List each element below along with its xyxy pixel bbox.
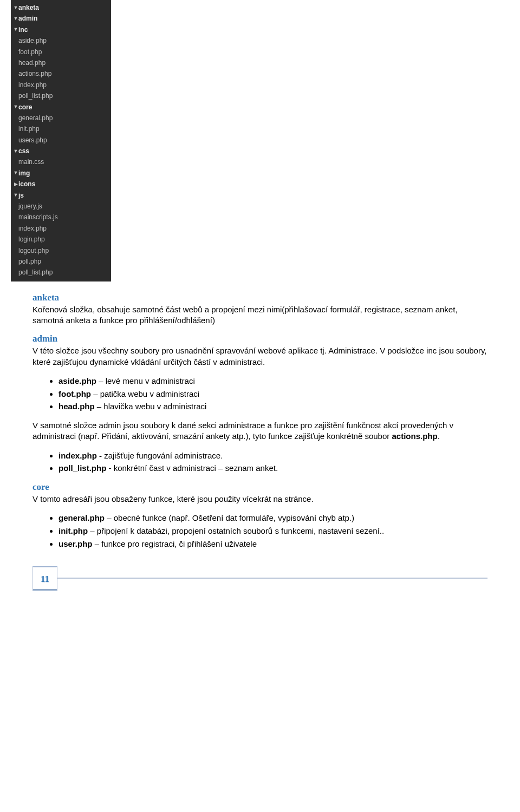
chevron-down-icon: ▼: [13, 15, 18, 23]
list-item-rest: – hlavička webu v administraci: [95, 402, 207, 411]
tree-label: mainscripts.js: [18, 212, 58, 222]
tree-file[interactable]: init.php: [11, 123, 111, 134]
tree-label: main.css: [18, 156, 44, 167]
tree-label: aside.php: [18, 35, 47, 46]
tree-folder[interactable]: ▼admin: [11, 13, 111, 24]
tree-label: jquery.js: [18, 201, 42, 212]
tree-label: index.php: [18, 223, 47, 234]
chevron-down-icon: ▼: [13, 147, 18, 155]
tree-label: logout.php: [18, 245, 49, 256]
list-item-bold: poll_list.php: [58, 463, 106, 473]
chevron-down-icon: ▼: [13, 25, 18, 34]
tree-folder[interactable]: ▶icons: [11, 179, 111, 189]
tree-label: anketa: [18, 2, 39, 13]
tree-file[interactable]: head.php: [11, 57, 111, 68]
tree-label: actions.php: [18, 68, 51, 79]
list-item-bold: index.php -: [58, 451, 104, 460]
list-item: head.php – hlavička webu v administraci: [58, 401, 487, 412]
chevron-down-icon: ▼: [13, 191, 18, 199]
tree-label: css: [18, 146, 29, 156]
list-item-bold: head.php: [58, 402, 95, 411]
tree-label: icons: [18, 179, 35, 189]
list-item-rest: – patička webu v administraci: [91, 389, 199, 398]
tree-file[interactable]: actions.php: [11, 68, 111, 79]
tree-file[interactable]: mainscripts.js: [11, 212, 111, 222]
tree-label: img: [18, 168, 30, 179]
list-item-rest: – obecné funkce (např. Ošetření dat form…: [105, 513, 354, 522]
section-title-anketa: anketa: [32, 292, 487, 303]
list-item-bold: init.php: [58, 526, 88, 535]
list-item: aside.php – levé menu v administraci: [58, 375, 487, 387]
list-item: init.php – připojení k databázi, propoje…: [58, 525, 487, 537]
tree-file[interactable]: main.css: [11, 156, 111, 167]
tree-label: poll_list.php: [18, 267, 53, 278]
file-tree: ▼anketa▼admin▼incaside.phpfoot.phphead.p…: [11, 0, 111, 281]
list-item-bold: general.php: [58, 513, 105, 522]
tree-label: users.php: [18, 135, 47, 146]
bullets-admin-1: aside.php – levé menu v administracifoot…: [58, 375, 487, 412]
list-item-rest: – levé menu v administraci: [96, 376, 195, 385]
page-footer: 11: [32, 566, 487, 591]
tree-folder[interactable]: ▼inc: [11, 24, 111, 35]
tree-label: init.php: [18, 123, 40, 134]
list-item: index.php - zajišťuje fungování administ…: [58, 450, 487, 462]
tree-file[interactable]: general.php: [11, 113, 111, 123]
list-item: poll_list.php - konkrétní čast v adminis…: [58, 462, 487, 474]
list-item-rest: – připojení k databázi, propojení ostatn…: [88, 526, 384, 535]
tree-folder[interactable]: ▼css: [11, 146, 111, 156]
tree-file[interactable]: jquery.js: [11, 201, 111, 212]
para-admin-2b: .: [438, 431, 440, 441]
tree-label: poll_list.php: [18, 90, 53, 101]
document-body: anketa Kořenová složka, obsahuje samotné…: [11, 292, 487, 591]
tree-folder[interactable]: ▼js: [11, 190, 111, 201]
bullets-core: general.php – obecné funkce (např. Ošetř…: [58, 512, 487, 549]
tree-file[interactable]: users.php: [11, 135, 111, 146]
tree-label: admin: [18, 13, 37, 24]
list-item: foot.php – patička webu v administraci: [58, 388, 487, 400]
section-title-core: core: [32, 482, 487, 493]
tree-label: js: [18, 190, 24, 201]
para-admin-2a: V samotné složce admin jsou soubory k da…: [32, 421, 453, 441]
tree-label: core: [18, 102, 32, 113]
tree-folder[interactable]: ▼img: [11, 168, 111, 179]
page-footer-rule: [57, 578, 487, 579]
tree-label: index.php: [18, 80, 47, 90]
chevron-right-icon: ▶: [13, 180, 18, 188]
list-item-rest: – funkce pro registraci, či přihlášení u…: [93, 539, 257, 548]
tree-folder[interactable]: ▼anketa: [11, 2, 111, 13]
chevron-down-icon: ▼: [13, 4, 18, 12]
tree-file[interactable]: poll.php: [11, 256, 111, 267]
tree-label: foot.php: [18, 47, 42, 57]
tree-file[interactable]: login.php: [11, 234, 111, 245]
tree-file[interactable]: aside.php: [11, 35, 111, 46]
tree-label: general.php: [18, 113, 53, 123]
list-item-rest: - konkrétní čast v administraci – seznam…: [106, 463, 278, 473]
tree-file[interactable]: poll_list.php: [11, 90, 111, 101]
tree-folder[interactable]: ▼core: [11, 102, 111, 113]
tree-label: head.php: [18, 57, 46, 68]
section-title-admin: admin: [32, 333, 487, 344]
tree-label: inc: [18, 24, 28, 35]
para-admin-1: V této složce jsou všechny soubory pro u…: [32, 345, 487, 368]
para-core: V tomto adresáři jsou obsaženy funkce, k…: [32, 494, 487, 505]
tree-label: login.php: [18, 234, 45, 245]
page-number: 11: [32, 566, 57, 591]
para-admin-2-bold: actions.php: [392, 431, 437, 441]
tree-file[interactable]: foot.php: [11, 47, 111, 57]
list-item-rest: zajišťuje fungování administrace.: [104, 451, 223, 460]
bullets-admin-2: index.php - zajišťuje fungování administ…: [58, 450, 487, 475]
tree-file[interactable]: logout.php: [11, 245, 111, 256]
chevron-down-icon: ▼: [13, 103, 18, 111]
list-item: general.php – obecné funkce (např. Ošetř…: [58, 512, 487, 524]
chevron-down-icon: ▼: [13, 169, 18, 177]
list-item-bold: user.php: [58, 539, 93, 548]
tree-label: poll.php: [18, 256, 41, 267]
tree-file[interactable]: index.php: [11, 223, 111, 234]
list-item: user.php – funkce pro registraci, či při…: [58, 538, 487, 550]
list-item-bold: aside.php: [58, 376, 96, 385]
tree-file[interactable]: index.php: [11, 80, 111, 90]
para-admin-2: V samotné složce admin jsou soubory k da…: [32, 420, 487, 442]
tree-file[interactable]: poll_list.php: [11, 267, 111, 278]
para-anketa: Kořenová složka, obsahuje samotné část w…: [32, 304, 487, 326]
list-item-bold: foot.php: [58, 389, 91, 398]
